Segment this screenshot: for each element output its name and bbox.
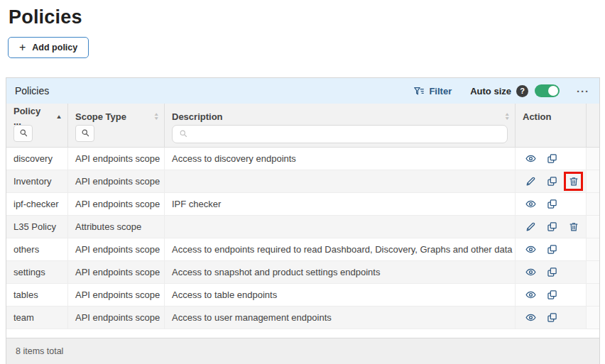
sort-both-icon: ▲▼	[504, 112, 510, 121]
copy-icon[interactable]	[546, 289, 558, 301]
autosize-control: Auto size ?	[470, 84, 560, 97]
table-row[interactable]: ipf-checker API endpoints scope IPF chec…	[6, 193, 599, 216]
delete-icon-highlighted[interactable]	[567, 175, 579, 187]
cell-filler	[587, 170, 599, 193]
column-header-description[interactable]: Description ▲▼	[165, 104, 516, 125]
copy-icon[interactable]	[546, 153, 558, 165]
sort-both-icon: ▲▼	[153, 112, 159, 121]
policy-filter-cell	[6, 125, 68, 147]
copy-icon[interactable]	[546, 175, 558, 187]
view-icon[interactable]	[525, 289, 537, 301]
policy-search-button[interactable]	[13, 125, 33, 142]
cell-filler	[587, 148, 599, 170]
column-header-filler	[587, 104, 599, 125]
cell-policy-name: ipf-checker	[6, 193, 68, 216]
table-row[interactable]: settings API endpoints scope Access to s…	[6, 261, 599, 284]
cell-description: Access to endpoints required to read Das…	[165, 238, 516, 261]
cell-description: Access to user management endpoints	[165, 307, 516, 329]
cell-scope-type: API endpoints scope	[68, 307, 165, 329]
column-label-action: Action	[523, 111, 551, 122]
cell-scope-type: API endpoints scope	[68, 238, 165, 261]
filter-button[interactable]: Filter	[413, 86, 452, 96]
cell-actions	[516, 238, 587, 261]
column-label-scope-type: Scope Type	[75, 111, 126, 122]
view-icon[interactable]	[525, 243, 537, 255]
add-policy-button[interactable]: + Add policy	[8, 37, 89, 58]
table-row[interactable]: team API endpoints scope Access to user …	[6, 307, 599, 329]
cell-actions	[516, 193, 587, 216]
table-body: discovery API endpoints scope Access to …	[6, 148, 599, 329]
description-filter-cell	[165, 125, 516, 147]
copy-icon[interactable]	[546, 266, 558, 278]
cell-policy-name: Inventory	[6, 170, 68, 193]
cell-policy-name: team	[6, 307, 68, 329]
scope-search-button[interactable]	[75, 125, 94, 142]
copy-icon[interactable]	[546, 243, 558, 255]
action-filter-cell	[516, 125, 587, 147]
policies-page: Policies + Add policy Policies Filter	[0, 6, 605, 364]
filter-label: Filter	[429, 86, 452, 96]
autosize-label: Auto size	[470, 86, 511, 96]
column-label-policy: Policy ...	[13, 106, 50, 127]
cell-actions	[516, 307, 587, 329]
cell-filler	[587, 193, 599, 216]
view-icon[interactable]	[525, 266, 537, 278]
cell-actions	[516, 170, 587, 193]
delete-icon[interactable]	[567, 221, 579, 233]
cell-description	[165, 216, 516, 238]
edit-icon[interactable]	[525, 175, 537, 187]
table-header-bar: Policies Filter Auto size ? ··	[6, 78, 599, 104]
view-icon[interactable]	[525, 311, 537, 324]
cell-description: IPF checker	[165, 193, 516, 216]
search-icon	[19, 128, 28, 139]
view-icon[interactable]	[525, 198, 537, 210]
view-icon[interactable]	[525, 153, 537, 165]
copy-icon[interactable]	[546, 311, 558, 324]
cell-scope-type: API endpoints scope	[68, 170, 165, 193]
toggle-knob	[548, 86, 558, 96]
cell-filler	[587, 284, 599, 307]
column-header-policy[interactable]: Policy ... ▲	[6, 104, 68, 125]
cell-filler	[587, 261, 599, 284]
cell-actions	[516, 261, 587, 284]
table-row[interactable]: L35 Policy Attributes scope	[6, 216, 599, 238]
cell-policy-name: settings	[6, 261, 68, 284]
cell-description: Access to snapshot and product settings …	[165, 261, 516, 284]
help-icon[interactable]: ?	[516, 85, 528, 97]
cell-description: Access to table endpoints	[165, 284, 516, 307]
filter-icon	[413, 86, 425, 96]
cell-policy-name: discovery	[6, 148, 68, 170]
sort-ascending-icon: ▲	[55, 114, 62, 120]
column-header-action: Action	[516, 104, 587, 125]
description-search-input[interactable]	[187, 129, 507, 140]
cell-scope-type: Attributes scope	[68, 216, 165, 238]
cell-scope-type: API endpoints scope	[68, 284, 165, 307]
table-row[interactable]: discovery API endpoints scope Access to …	[6, 148, 599, 170]
header-filter-row	[6, 125, 599, 147]
cell-scope-type: API endpoints scope	[68, 193, 165, 216]
add-policy-label: Add policy	[32, 43, 77, 53]
plus-icon: +	[19, 42, 26, 53]
table-title: Policies	[15, 85, 49, 96]
copy-icon[interactable]	[546, 198, 558, 210]
cell-scope-type: API endpoints scope	[68, 261, 165, 284]
cell-description: Access to discovery endpoints	[165, 148, 516, 170]
policies-table-panel: Policies Filter Auto size ? ··	[6, 77, 600, 364]
edit-icon[interactable]	[525, 221, 537, 233]
more-options-button[interactable]: ···	[577, 86, 589, 96]
autosize-toggle[interactable]	[535, 84, 560, 97]
copy-icon[interactable]	[546, 221, 558, 233]
table-row[interactable]: tables API endpoints scope Access to tab…	[6, 284, 599, 307]
items-total: 8 items total	[16, 346, 63, 356]
search-icon	[179, 128, 187, 140]
cell-policy-name: tables	[6, 284, 68, 307]
search-icon	[81, 128, 89, 139]
page-title: Policies	[9, 6, 605, 28]
column-headers: Policy ... ▲ Scope Type ▲▼ Description ▲…	[6, 104, 599, 148]
table-row[interactable]: others API endpoints scope Access to end…	[6, 238, 599, 261]
cell-filler	[587, 216, 599, 238]
column-header-scope-type[interactable]: Scope Type ▲▼	[68, 104, 165, 125]
table-row[interactable]: Inventory API endpoints scope	[6, 170, 599, 193]
cell-actions	[516, 216, 587, 238]
table-empty-strip	[6, 329, 599, 338]
